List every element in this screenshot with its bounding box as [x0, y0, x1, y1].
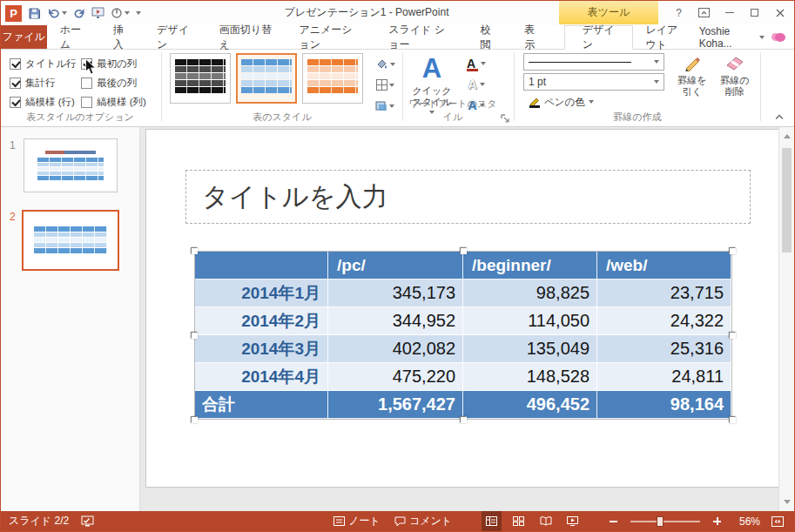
checkbox-banded-columns[interactable]: 縞模様 (列) [81, 96, 146, 109]
tab-animations[interactable]: アニメーション [286, 25, 375, 49]
close-button[interactable] [767, 1, 792, 24]
selection-handle[interactable] [729, 416, 736, 423]
tab-slideshow[interactable]: スライド ショー [375, 25, 468, 49]
table-header-cell[interactable]: /beginner/ [463, 252, 597, 279]
view-slide-sorter-button[interactable] [509, 511, 529, 531]
tab-review[interactable]: 校閲 [468, 25, 511, 49]
collapse-ribbon-button[interactable] [772, 111, 786, 122]
title-placeholder-text: タイトルを入力 [186, 179, 388, 215]
minimize-button[interactable] [717, 1, 742, 24]
pen-style-dropdown[interactable] [523, 53, 664, 71]
slide-2-number: 2 [10, 211, 16, 223]
tab-table-design[interactable]: デザイン [564, 25, 633, 50]
maximize-button[interactable] [742, 1, 767, 24]
scroll-up-icon[interactable] [784, 134, 791, 138]
undo-icon[interactable] [47, 8, 67, 19]
tab-design[interactable]: デザイン [144, 25, 206, 49]
eraser-button[interactable]: 罫線の削除 [715, 50, 755, 114]
table-header-cell[interactable] [195, 252, 328, 279]
checkbox-header-row[interactable]: タイトル行 [10, 57, 77, 71]
table-cell[interactable]: 114,050 [463, 307, 597, 335]
wordart-dialog-launcher-icon[interactable] [501, 114, 510, 124]
pen-color-button[interactable]: ペンの色 [523, 93, 603, 111]
zoom-slider-thumb[interactable] [657, 516, 664, 527]
table-style-thumb-blue-selected[interactable] [236, 53, 297, 104]
table-style-thumb-orange[interactable] [302, 53, 363, 104]
ribbon-display-options-button[interactable] [691, 1, 717, 24]
zoom-level[interactable]: 56% [734, 515, 760, 528]
selection-handle[interactable] [460, 247, 467, 254]
tab-file[interactable]: ファイル [1, 25, 47, 49]
text-fill-button[interactable]: A [461, 54, 492, 72]
selection-handle[interactable] [191, 247, 198, 254]
title-placeholder[interactable]: タイトルを入力 [185, 170, 751, 224]
selection-handle[interactable] [729, 247, 736, 254]
slide-canvas[interactable]: タイトルを入力 /pc/ /beginner/ /web/ 2014年1月 34… [145, 129, 779, 488]
table-header-cell[interactable]: /web/ [597, 252, 731, 279]
view-reading-button[interactable] [536, 511, 556, 531]
tab-home[interactable]: ホーム [47, 25, 100, 49]
table-total-cell[interactable]: 98,164 [597, 391, 731, 419]
borders-button[interactable] [372, 76, 398, 94]
start-slideshow-icon[interactable] [91, 7, 105, 19]
powerpoint-app-icon[interactable]: P [5, 5, 22, 22]
zoom-slider[interactable] [630, 521, 700, 522]
draw-table-button[interactable]: 罫線を引く [673, 50, 711, 114]
selection-handle[interactable] [191, 416, 198, 423]
table-cell[interactable]: 148,528 [463, 363, 597, 391]
save-icon[interactable] [28, 7, 41, 20]
table-row-label[interactable]: 2014年3月 [195, 335, 328, 363]
table-cell[interactable]: 24,322 [597, 307, 731, 335]
table-cell[interactable]: 25,316 [597, 335, 731, 363]
vertical-scrollbar[interactable] [778, 127, 794, 511]
redo-icon[interactable] [73, 8, 85, 19]
zoom-in-button[interactable] [707, 511, 727, 531]
slide-1-thumbnail[interactable] [24, 138, 118, 192]
help-button[interactable]: ? [666, 1, 691, 24]
table-cell[interactable]: 402,082 [328, 335, 463, 363]
table-row-label[interactable]: 2014年4月 [195, 363, 328, 391]
checkbox-last-column[interactable]: 最後の列 [81, 77, 137, 90]
checkbox-box [10, 58, 21, 70]
table-total-cell[interactable]: 496,452 [463, 391, 597, 419]
table-cell[interactable]: 475,220 [328, 363, 463, 391]
text-outline-button[interactable]: A [461, 75, 492, 93]
checkbox-total-row[interactable]: 集計行 [10, 77, 56, 90]
comments-button[interactable]: コメント [391, 511, 455, 531]
table-row-label[interactable]: 2014年2月 [195, 307, 328, 335]
table-row-label[interactable]: 2014年1月 [195, 279, 328, 307]
tab-table-layout[interactable]: レイアウト [633, 25, 699, 49]
table-cell[interactable]: 344,952 [328, 307, 463, 335]
view-normal-button[interactable] [482, 511, 502, 531]
tab-view[interactable]: 表示 [511, 25, 555, 49]
table-style-thumb-dark[interactable] [170, 53, 231, 104]
tab-transitions[interactable]: 画面切り替え [206, 25, 286, 49]
table-cell[interactable]: 24,811 [597, 363, 731, 391]
scroll-down-icon[interactable] [784, 500, 791, 504]
account-area[interactable]: Yoshie Koha... [699, 25, 794, 49]
selection-handle[interactable] [729, 332, 736, 339]
scrollbar-thumb[interactable] [782, 148, 792, 253]
table-cell[interactable]: 345,173 [328, 279, 463, 307]
fit-to-window-button[interactable] [767, 511, 787, 531]
pen-weight-dropdown[interactable]: 1 pt [523, 73, 664, 91]
zoom-out-button[interactable] [603, 511, 623, 531]
checkbox-banded-rows[interactable]: 縞模様 (行) [10, 96, 75, 109]
table-total-cell[interactable]: 1,567,427 [328, 391, 463, 419]
touch-mouse-mode-icon[interactable] [111, 7, 130, 19]
customize-qat-icon[interactable] [136, 11, 141, 15]
shading-button[interactable] [372, 55, 398, 73]
table-total-label[interactable]: 合計 [195, 391, 328, 419]
slide-2-thumbnail[interactable] [22, 210, 119, 271]
view-slideshow-button[interactable] [563, 511, 583, 531]
table-header-cell[interactable]: /pc/ [328, 252, 463, 279]
table-cell[interactable]: 135,049 [463, 335, 597, 363]
table-cell[interactable]: 23,715 [597, 279, 731, 307]
slide-table[interactable]: /pc/ /beginner/ /web/ 2014年1月 345,173 98… [195, 252, 731, 419]
status-proofing-icon[interactable] [81, 515, 94, 527]
tab-insert[interactable]: 挿入 [100, 25, 144, 49]
selection-handle[interactable] [191, 332, 198, 339]
notes-button[interactable]: ノート [330, 511, 384, 531]
table-cell[interactable]: 98,825 [463, 279, 597, 307]
selection-handle[interactable] [460, 416, 467, 423]
